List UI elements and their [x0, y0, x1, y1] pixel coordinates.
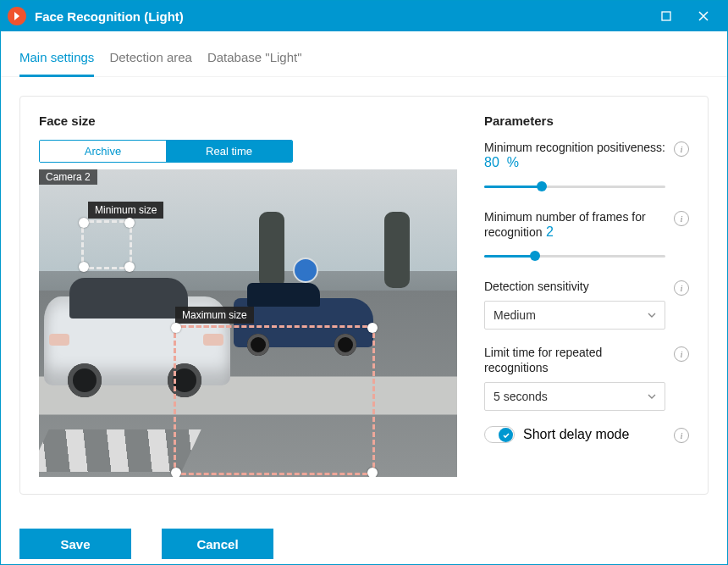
- window-title: Face Recognition (Light): [35, 9, 184, 24]
- select-value: 5 seconds: [494, 390, 548, 403]
- tab-database-light[interactable]: Database "Light": [207, 47, 302, 76]
- road-sign-icon: [293, 258, 318, 283]
- param-label: Minimum number of frames for recognition: [484, 210, 646, 239]
- chevron-down-icon: [648, 392, 656, 401]
- titlebar: Face Recognition (Light): [1, 1, 727, 31]
- tab-detection-area[interactable]: Detection area: [109, 47, 192, 76]
- cancel-button[interactable]: Cancel: [162, 529, 273, 559]
- window: Face Recognition (Light) Main settings D…: [0, 0, 728, 565]
- max-size-roi[interactable]: [174, 325, 375, 475]
- resize-handle[interactable]: [79, 262, 89, 272]
- close-button[interactable]: [685, 1, 722, 31]
- param-min-positiveness: Minimum recognition positiveness: 80 % i: [484, 140, 689, 194]
- param-label: Limit time for repeated recognitions: [484, 346, 602, 374]
- param-limit-time: Limit time for repeated recognitions 5 s…: [484, 345, 689, 411]
- param-value: 80: [484, 155, 499, 169]
- face-size-heading: Face size: [39, 114, 462, 128]
- footer: Save Cancel: [1, 513, 727, 565]
- face-size-section: Face size Archive Real time Camera 2: [39, 114, 462, 477]
- param-label: Short delay mode: [523, 427, 629, 442]
- info-icon[interactable]: i: [674, 346, 689, 362]
- camera-preview[interactable]: Camera 2 Minimum size Maximum size: [39, 169, 457, 477]
- svg-rect-0: [662, 12, 670, 20]
- info-icon[interactable]: i: [674, 428, 689, 443]
- positiveness-slider[interactable]: [484, 179, 665, 194]
- min-size-label: Minimum size: [88, 202, 163, 219]
- param-value: 2: [546, 224, 554, 239]
- body: Face size Archive Real time Camera 2: [1, 77, 727, 513]
- parameters-heading: Parameters: [484, 114, 689, 128]
- frames-slider[interactable]: [484, 248, 665, 263]
- segment-realtime[interactable]: Real time: [166, 141, 292, 162]
- short-delay-toggle[interactable]: [484, 426, 515, 443]
- param-min-frames: Minimum number of frames for recognition…: [484, 209, 689, 263]
- resize-handle[interactable]: [124, 218, 135, 228]
- limit-time-select[interactable]: 5 seconds: [484, 382, 665, 411]
- chevron-down-icon: [648, 311, 656, 319]
- resize-handle[interactable]: [171, 323, 181, 333]
- tabs: Main settings Detection area Database "L…: [1, 31, 727, 77]
- param-sensitivity: Detection sensitivity Medium i: [484, 279, 689, 330]
- param-label: Detection sensitivity: [484, 280, 589, 293]
- resize-handle[interactable]: [367, 468, 378, 477]
- sensitivity-select[interactable]: Medium: [484, 301, 665, 330]
- resize-handle[interactable]: [171, 468, 181, 477]
- camera-label: Camera 2: [39, 169, 97, 185]
- param-short-delay: Short delay mode i: [484, 426, 689, 443]
- maximize-button[interactable]: [648, 1, 685, 31]
- save-button[interactable]: Save: [19, 529, 131, 559]
- resize-handle[interactable]: [79, 218, 89, 228]
- param-label: Minimum recognition positiveness:: [484, 141, 665, 154]
- resize-handle[interactable]: [124, 262, 135, 272]
- tab-main-settings[interactable]: Main settings: [19, 47, 94, 76]
- info-icon[interactable]: i: [674, 211, 689, 226]
- source-segmented: Archive Real time: [39, 140, 293, 163]
- select-value: Medium: [494, 308, 536, 322]
- info-icon[interactable]: i: [674, 141, 689, 157]
- resize-handle[interactable]: [367, 323, 378, 333]
- parameters-section: Parameters Minimum recognition positiven…: [484, 114, 689, 477]
- max-size-label: Maximum size: [175, 307, 254, 324]
- app-logo-icon: [8, 7, 26, 25]
- info-icon[interactable]: i: [674, 280, 689, 296]
- min-size-roi[interactable]: [81, 220, 132, 269]
- segment-archive[interactable]: Archive: [40, 141, 166, 162]
- settings-panel: Face size Archive Real time Camera 2: [19, 96, 709, 495]
